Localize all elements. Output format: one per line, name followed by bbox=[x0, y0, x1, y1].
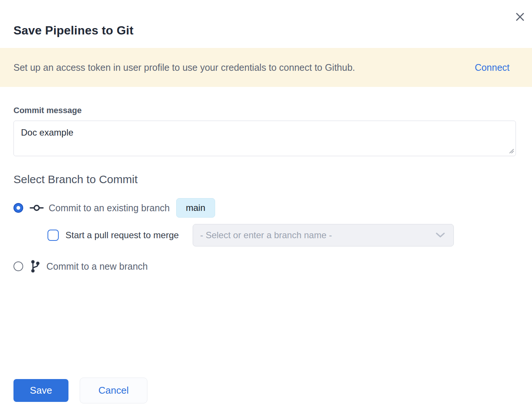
git-branch-icon bbox=[30, 260, 40, 273]
cancel-button[interactable]: Cancel bbox=[80, 378, 147, 403]
close-icon bbox=[515, 12, 525, 22]
commit-message-field-wrap: Doc example bbox=[13, 121, 516, 156]
dropdown-placeholder: - Select or enter a branch name - bbox=[200, 230, 332, 240]
connect-link[interactable]: Connect bbox=[475, 62, 510, 73]
close-button[interactable] bbox=[513, 10, 527, 24]
chevron-down-icon bbox=[435, 232, 445, 238]
pull-request-label[interactable]: Start a pull request to merge bbox=[65, 230, 179, 240]
existing-branch-radio[interactable] bbox=[13, 203, 23, 213]
save-pipelines-dialog: Save Pipelines to Git Set up an access t… bbox=[0, 0, 532, 418]
new-branch-radio[interactable] bbox=[13, 261, 23, 271]
merge-branch-dropdown[interactable]: - Select or enter a branch name - bbox=[193, 224, 454, 246]
page-title: Save Pipelines to Git bbox=[13, 24, 134, 37]
save-button[interactable]: Save bbox=[13, 379, 68, 402]
git-commit-icon bbox=[30, 204, 44, 212]
existing-branch-row: Commit to an existing branch main bbox=[13, 198, 215, 218]
pull-request-checkbox[interactable] bbox=[48, 230, 59, 241]
banner-message: Set up an access token in user profile t… bbox=[13, 62, 355, 73]
pull-request-row: Start a pull request to merge bbox=[48, 224, 179, 246]
new-branch-row: Commit to a new branch bbox=[13, 259, 148, 273]
commit-message-label: Commit message bbox=[13, 106, 82, 115]
commit-message-input[interactable]: Doc example bbox=[13, 121, 516, 156]
new-branch-label[interactable]: Commit to a new branch bbox=[46, 261, 148, 272]
existing-branch-label[interactable]: Commit to an existing branch bbox=[49, 203, 170, 213]
access-token-banner: Set up an access token in user profile t… bbox=[0, 48, 532, 87]
branch-tag[interactable]: main bbox=[176, 198, 215, 218]
select-branch-heading: Select Branch to Commit bbox=[13, 173, 138, 186]
